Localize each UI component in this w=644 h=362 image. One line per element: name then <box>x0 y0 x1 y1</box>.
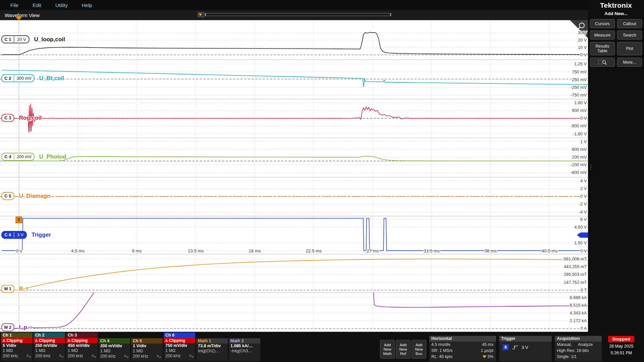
trigger-level-value: 3 V <box>522 345 528 350</box>
channel-badge-c2[interactable]: C 2300 mV <box>2 74 34 82</box>
channel-card-header-ch5: Ch 5 <box>131 338 163 344</box>
channel-card-ch3[interactable]: Ch 3⚠Clipping450 mV/div1 MΩ200 kHzBW <box>66 333 98 361</box>
svg-text:0 V: 0 V <box>580 248 587 253</box>
svg-text:6 V: 6 V <box>580 217 587 222</box>
svg-text:750 mV: 750 mV <box>572 69 587 74</box>
trigger-position-marker-icon[interactable] <box>16 16 21 20</box>
acquisition-panel[interactable]: Acquisition Manual, Analyze High Res: 16… <box>555 336 601 361</box>
svg-text:-2 V: -2 V <box>579 202 587 207</box>
zoom-select-icon <box>598 59 607 65</box>
svg-text:200 mV: 200 mV <box>572 155 587 160</box>
svg-text:0 A: 0 A <box>581 326 587 331</box>
channel-label-m2: I_p <box>19 324 27 330</box>
channel-badge-c1[interactable]: C 120 V <box>2 36 29 43</box>
channel-label-c1: U_loop,coil <box>34 36 65 43</box>
warning-icon: ⚠ <box>2 339 5 342</box>
svg-text:-600 mV: -600 mV <box>571 170 587 175</box>
channel-label-c4: U_Photod <box>39 154 66 160</box>
menu-item-edit[interactable]: Edit <box>25 2 48 8</box>
run-status-badge[interactable]: Stopped <box>608 336 634 342</box>
horizontal-window: 45 ms <box>482 342 493 348</box>
channel-card-math2[interactable]: Math 21.085 kA/…-Intg(Ch3… <box>229 338 260 361</box>
svg-text:1.50 V: 1.50 V <box>574 240 587 245</box>
channel-setting: 200 kHzBW <box>66 353 98 359</box>
svg-text:C 3: C 3 <box>4 115 11 120</box>
rising-edge-icon <box>512 345 519 350</box>
svg-text:10 V: 10 V <box>578 45 587 50</box>
channel-badge-c5[interactable]: C 5 <box>2 192 14 200</box>
channel-setting: 250 mV/div <box>34 343 65 348</box>
time-label: 5:26:51 PM <box>610 351 632 356</box>
acquisition-panel-title: Acquisition <box>555 336 601 342</box>
svg-text:250 mV: 250 mV <box>572 77 587 82</box>
left-column: FileEditUtilityHelp Waveform View 30 V20… <box>0 0 588 332</box>
results-table-button[interactable]: Results Table <box>590 42 615 55</box>
add-new-math-button[interactable]: AddNewMath <box>380 340 395 359</box>
channel-badge-m1[interactable]: M 1 <box>2 285 14 293</box>
main-row: FileEditUtilityHelp Waveform View 30 V20… <box>0 0 644 332</box>
trigger-panel[interactable]: Trigger 6 3 V <box>499 336 552 361</box>
channel-card-ch5[interactable]: Ch 51 V/div1 MΩ200 kHzBW <box>131 338 163 361</box>
add-new-bus-button[interactable]: AddNewBus <box>412 340 426 359</box>
channel-setting: 1 V/div <box>131 344 163 349</box>
channel-badge-c4[interactable]: C 4200 mV <box>2 153 34 161</box>
channel-card-math1[interactable]: Math 173.8 mT/divIntg(Ch2)… <box>196 338 228 361</box>
record-view-icon[interactable] <box>198 12 204 17</box>
channel-setting: 200 kHzBW <box>1 353 33 359</box>
svg-text:0 T: 0 T <box>581 288 587 293</box>
add-new-label: Add New... <box>604 11 628 16</box>
horizontal-panel[interactable]: Horizontal 4.5 ms/div 45 ms SR: 1 MS/s 1… <box>429 336 496 361</box>
trigger-indicator[interactable]: T <box>16 217 22 223</box>
horizontal-scale: 4.5 ms/div <box>431 342 450 348</box>
channel-label-c6: Trigger <box>32 232 51 238</box>
svg-text:1.80 V: 1.80 V <box>574 100 587 105</box>
callout-button[interactable]: Callout <box>617 19 642 28</box>
graticule-bg <box>0 20 588 332</box>
svg-text:C 2: C 2 <box>4 76 11 81</box>
svg-text:2 V: 2 V <box>580 186 587 191</box>
horizontal-sample-rate: SR: 1 MS/s <box>431 348 452 354</box>
menu-item-file[interactable]: File <box>3 2 25 8</box>
status-bar: Ch 1⚠Clipping5 V/div1 MΩ200 kHzBWCh 2⚠Cl… <box>0 332 644 362</box>
panel-splitter-handle[interactable]: ⋮ <box>588 166 594 169</box>
channel-badge-c6[interactable]: C 63 V <box>2 231 26 239</box>
svg-text:1.25 V: 1.25 V <box>574 61 587 66</box>
svg-text:300 mV: 300 mV <box>17 76 32 81</box>
search-button[interactable]: Search <box>617 31 642 40</box>
acquisition-analyze: Analyze <box>578 342 593 348</box>
channel-card-ch4[interactable]: Ch 4200 mV/div1 MΩ200 kHzBW <box>99 338 130 361</box>
svg-text:-4 V: -4 V <box>579 209 587 215</box>
channel-card-header-math2: Math 2 <box>229 338 260 344</box>
menu-item-help[interactable]: Help <box>75 2 99 8</box>
menu-bar: FileEditUtilityHelp <box>0 0 588 10</box>
zoom-select-button[interactable] <box>590 58 615 67</box>
channel-card-header-ch6: Ch 6 <box>164 333 195 338</box>
channel-card-ch1[interactable]: Ch 1⚠Clipping5 V/div1 MΩ200 kHzBW <box>1 333 33 361</box>
menu-item-utility[interactable]: Utility <box>48 2 75 8</box>
channel-setting: 1 MΩ <box>131 349 163 354</box>
record-view-bracket[interactable] <box>205 13 391 16</box>
add-new-ref-button[interactable]: AddNewRef <box>396 340 411 359</box>
channel-badge-m2[interactable]: M 2 <box>2 324 14 331</box>
graticule-svg[interactable]: 30 V20 V10 V0 V1.25 V750 mV250 mV-250 mV… <box>0 20 588 332</box>
svg-text:0 V: 0 V <box>580 116 587 121</box>
cursors-button[interactable]: Cursors <box>590 19 615 28</box>
svg-text:C 1: C 1 <box>4 37 11 42</box>
channel-setting: 1.085 kA/… <box>229 344 260 349</box>
bandwidth-icon: BW <box>124 354 128 360</box>
channel-card-ch6[interactable]: Ch 6⚠Clipping750 mV/div1 MΩ200 kHzBW <box>164 333 195 361</box>
svg-text:20 V: 20 V <box>578 38 587 43</box>
plot-button[interactable]: Plot <box>617 42 642 55</box>
channel-card-ch2[interactable]: Ch 2⚠Clipping250 mV/div1 MΩ200 kHzBW <box>34 333 65 361</box>
svg-text:40.5 ms: 40.5 ms <box>542 248 558 253</box>
bandwidth-icon: BW <box>26 353 31 359</box>
channel-setting: 1 MΩ <box>1 348 33 353</box>
svg-text:22.5 ms: 22.5 ms <box>306 248 322 253</box>
more-button[interactable]: More... <box>617 58 642 67</box>
acquisition-detail: High Res: 16 bits <box>557 348 589 354</box>
channel-setting: Intg(Ch2)… <box>196 349 228 354</box>
horizontal-panel-title: Horizontal <box>429 336 496 342</box>
svg-text:C 6: C 6 <box>4 232 11 237</box>
channel-badge-c3[interactable]: C 3 <box>2 114 14 122</box>
measure-button[interactable]: Measure <box>590 31 615 40</box>
